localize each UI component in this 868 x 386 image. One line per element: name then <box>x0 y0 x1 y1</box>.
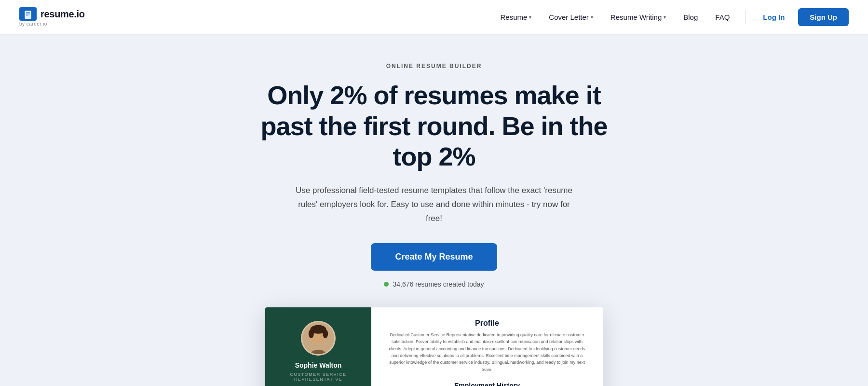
nav-item-cover-letter[interactable]: Cover Letter ▾ <box>542 9 600 25</box>
nav-item-blog[interactable]: Blog <box>677 9 705 25</box>
logo-icon <box>19 7 37 21</box>
nav-auth: Log In Sign Up <box>754 8 849 26</box>
signup-button[interactable]: Sign Up <box>798 8 849 26</box>
resume-preview: Sophie Walton CUSTOMER SERVICE REPRESENT… <box>265 307 603 386</box>
hero-tag: ONLINE RESUME BUILDER <box>10 63 858 69</box>
count-dot-icon <box>384 282 389 287</box>
svg-rect-2 <box>26 14 30 14</box>
hero-title: Only 2% of resumes make it past the firs… <box>246 80 622 172</box>
logo-sub: by career.io <box>19 21 47 27</box>
nav: Resume ▾ Cover Letter ▾ Resume Writing ▾… <box>493 8 849 26</box>
resumes-count: 34,676 resumes created today <box>10 280 858 288</box>
resume-right-panel: Profile Dedicated Customer Service Repre… <box>371 307 603 386</box>
resume-person-name: Sophie Walton <box>295 361 342 369</box>
svg-point-8 <box>309 329 314 338</box>
logo-area: resume.io by career.io <box>19 7 85 27</box>
svg-rect-1 <box>26 13 30 13</box>
svg-point-9 <box>323 329 328 338</box>
chevron-down-icon: ▾ <box>529 14 531 20</box>
profile-text: Dedicated Customer Service Representativ… <box>385 331 589 373</box>
profile-heading: Profile <box>385 319 589 328</box>
avatar <box>301 321 336 356</box>
header: resume.io by career.io Resume ▾ Cover Le… <box>0 0 868 34</box>
hero-section: ONLINE RESUME BUILDER Only 2% of resumes… <box>0 34 868 386</box>
resume-left-panel: Sophie Walton CUSTOMER SERVICE REPRESENT… <box>265 307 371 386</box>
nav-item-resume[interactable]: Resume ▾ <box>493 9 538 25</box>
logo-text: resume.io <box>41 9 85 20</box>
svg-rect-3 <box>26 15 28 15</box>
chevron-down-icon: ▾ <box>664 14 666 20</box>
chevron-down-icon: ▾ <box>591 14 593 20</box>
create-resume-button[interactable]: Create My Resume <box>371 243 497 271</box>
hero-subtitle: Use professional field-tested resume tem… <box>294 184 574 226</box>
resume-job-title: CUSTOMER SERVICE REPRESENTATIVE <box>275 372 362 382</box>
nav-divider <box>745 10 746 24</box>
login-button[interactable]: Log In <box>754 9 793 25</box>
resumes-count-text: 34,676 resumes created today <box>393 280 484 288</box>
employment-heading: Employment History <box>385 382 589 386</box>
nav-item-faq[interactable]: FAQ <box>708 9 736 25</box>
nav-item-resume-writing[interactable]: Resume Writing ▾ <box>604 9 673 25</box>
